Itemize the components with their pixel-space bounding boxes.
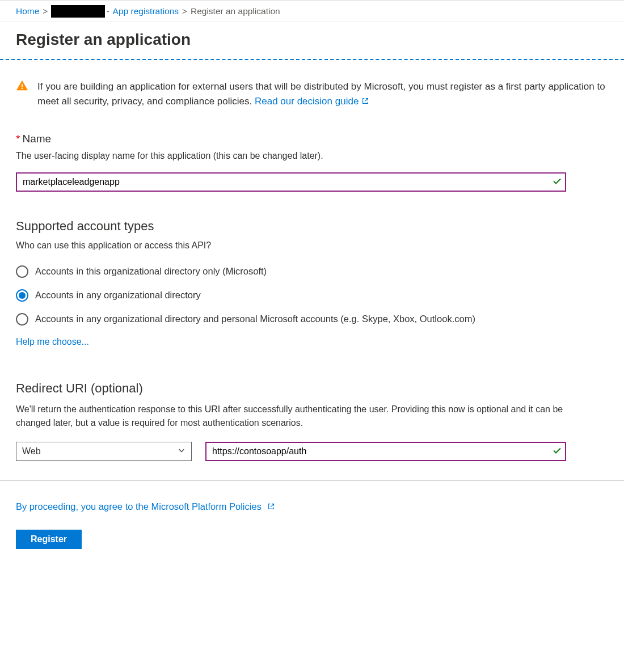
check-icon <box>553 176 562 187</box>
account-types-heading: Supported account types <box>16 219 608 234</box>
warning-triangle-icon <box>16 79 28 92</box>
account-type-option-0[interactable]: Accounts in this organizational director… <box>16 265 608 278</box>
account-type-option-2[interactable]: Accounts in any organizational directory… <box>16 313 608 326</box>
breadcrumb-sep-icon: > <box>182 6 187 16</box>
account-type-label: Accounts in this organizational director… <box>35 266 267 277</box>
page-title: Register an application <box>0 22 624 60</box>
external-link-icon <box>361 95 369 109</box>
required-star-icon: * <box>16 133 20 145</box>
breadcrumb-sep-icon: > <box>43 6 48 16</box>
svg-rect-0 <box>22 84 23 87</box>
warning-banner: If you are building an application for e… <box>16 79 608 110</box>
warning-text: If you are building an application for e… <box>37 79 608 110</box>
breadcrumb-dash: - <box>106 6 109 16</box>
svg-rect-1 <box>22 88 23 89</box>
name-label: *Name <box>16 133 608 145</box>
breadcrumb-home[interactable]: Home <box>16 6 39 16</box>
account-type-label: Accounts in any organizational directory <box>35 290 201 301</box>
name-description: The user-facing display name for this ap… <box>16 151 608 161</box>
redirect-uri-input[interactable] <box>205 442 566 461</box>
register-button[interactable]: Register <box>16 530 82 549</box>
redirect-uri-description: We'll return the authentication response… <box>16 403 583 431</box>
platform-policies-link[interactable]: By proceeding, you agree to the Microsof… <box>16 501 275 513</box>
name-label-text: Name <box>22 133 51 145</box>
breadcrumb: Home > - App registrations > Register an… <box>0 0 624 22</box>
check-icon <box>553 446 562 457</box>
footer: By proceeding, you agree to the Microsof… <box>0 480 624 568</box>
breadcrumb-current: Register an application <box>191 6 280 16</box>
account-types-radio-group: Accounts in this organizational director… <box>16 265 608 326</box>
platform-policies-text: By proceeding, you agree to the Microsof… <box>16 501 262 512</box>
external-link-icon <box>267 502 275 513</box>
breadcrumb-redacted <box>51 5 105 18</box>
radio-icon <box>16 313 28 326</box>
account-type-option-1[interactable]: Accounts in any organizational directory <box>16 289 608 302</box>
radio-icon <box>16 289 28 302</box>
redirect-uri-heading: Redirect URI (optional) <box>16 381 608 396</box>
breadcrumb-app-registrations[interactable]: App registrations <box>113 6 179 16</box>
app-name-input[interactable] <box>16 172 566 192</box>
redirect-type-select[interactable]: Web <box>16 442 192 461</box>
chevron-down-icon <box>178 446 185 457</box>
radio-icon <box>16 265 28 278</box>
account-types-sub: Who can use this application or access t… <box>16 240 608 251</box>
account-type-label: Accounts in any organizational directory… <box>35 314 475 324</box>
decision-guide-link[interactable]: Read our decision guide <box>255 96 359 107</box>
redirect-type-value: Web <box>22 446 41 457</box>
help-me-choose-link[interactable]: Help me choose... <box>16 337 89 347</box>
